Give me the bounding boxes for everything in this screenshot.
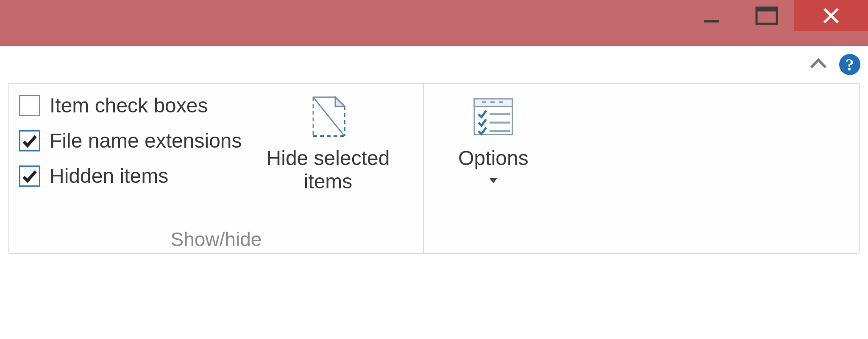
ribbon-substrip: ? (0, 46, 868, 83)
hide-selected-items-button[interactable]: Hide selected items (259, 90, 398, 193)
document-hidden-icon (305, 94, 351, 140)
titlebar (0, 0, 868, 46)
help-icon: ? (846, 55, 854, 75)
ribbon-group-options: Options (423, 84, 563, 253)
maximize-icon (755, 6, 778, 25)
minimize-icon (701, 6, 722, 26)
checkbox-item-check-boxes[interactable]: Item check boxes (19, 94, 242, 117)
ribbon-group-label: Show/hide (9, 228, 423, 251)
button-label-line2: items (267, 170, 390, 193)
ribbon-group-show-hide: Item check boxes File name extensions (9, 84, 423, 253)
checkbox-icon (19, 95, 40, 116)
options-icon (470, 94, 517, 140)
options-button[interactable]: Options (451, 90, 536, 183)
checkbox-label: Hidden items (50, 164, 168, 188)
checkbox-hidden-items[interactable]: Hidden items (19, 164, 242, 188)
checkbox-icon (19, 165, 40, 187)
close-icon (823, 7, 840, 24)
svg-rect-0 (704, 20, 719, 22)
ribbon: Item check boxes File name extensions (8, 83, 860, 254)
ribbon-collapse-button[interactable] (809, 54, 828, 75)
dropdown-caret-icon (490, 178, 497, 183)
checkbox-file-name-extensions[interactable]: File name extensions (19, 129, 242, 152)
checkmark-icon (22, 168, 37, 184)
button-label: Options (458, 146, 528, 170)
svg-rect-2 (757, 8, 777, 11)
minimize-button[interactable] (684, 0, 739, 31)
chevron-up-icon (809, 54, 828, 73)
checkmark-icon (22, 133, 37, 148)
button-label-line1: Hide selected (267, 146, 390, 170)
checkbox-label: Item check boxes (50, 94, 208, 117)
checkbox-label: File name extensions (50, 129, 242, 152)
close-button[interactable] (794, 0, 868, 31)
maximize-button[interactable] (739, 0, 794, 31)
svg-marker-7 (335, 97, 345, 106)
help-button[interactable]: ? (839, 54, 860, 75)
checkbox-icon (19, 130, 40, 151)
